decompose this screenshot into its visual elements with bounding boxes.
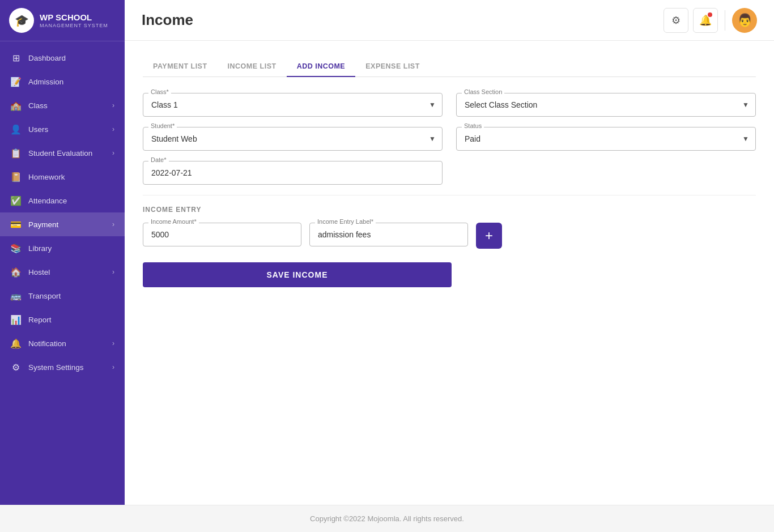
top-bar: Income ⚙ 🔔 👨	[125, 0, 774, 41]
tab-add-income[interactable]: ADD INCOME	[287, 57, 356, 77]
class-section-select[interactable]: Select Class Section	[456, 93, 756, 117]
chevron-right-icon: ›	[112, 101, 114, 109]
income-entry-row: Income Amount* Income Entry Label* +	[143, 223, 756, 249]
status-label: Status	[462, 122, 484, 129]
chevron-right-icon: ›	[112, 149, 114, 157]
sidebar-item-label: Library	[28, 244, 114, 253]
class-icon: 🏫	[10, 100, 22, 111]
sidebar-item-label: Dashboard	[28, 54, 114, 62]
dashboard-icon: ⊞	[10, 52, 22, 63]
class-field: Class* Class 1 ▼	[143, 93, 443, 117]
sidebar-item-label: Admission	[28, 78, 114, 86]
app-sub: MANAGEMENT SYSTEM	[40, 23, 108, 28]
sidebar-item-attendance[interactable]: ✅ Attendance	[0, 189, 125, 212]
sidebar-item-label: Student Evaluation	[28, 149, 105, 158]
notification-badge	[708, 12, 712, 17]
sidebar-item-transport[interactable]: 🚌 Transport	[0, 284, 125, 308]
form-row-1: Class* Class 1 ▼ Class Section Select Cl…	[143, 93, 756, 117]
footer-text: Copyright ©2022 Mojoomla. All rights res…	[310, 514, 464, 523]
payment-icon: 💳	[10, 219, 22, 230]
divider	[725, 10, 725, 31]
sidebar-nav: ⊞ Dashboard 📝 Admission 🏫 Class › 👤 User…	[0, 41, 125, 505]
student-label: Student*	[148, 122, 177, 129]
top-bar-actions: ⚙ 🔔 👨	[664, 8, 757, 33]
sidebar-item-label: Report	[28, 316, 114, 324]
library-icon: 📚	[10, 242, 22, 254]
sidebar-item-label: Transport	[28, 292, 114, 300]
hostel-icon: 🏠	[10, 266, 22, 278]
main-content: Income ⚙ 🔔 👨 PAYMENT LISTINCOME LISTADD	[125, 0, 774, 505]
sidebar-item-label: Homework	[28, 173, 114, 181]
sidebar-item-users[interactable]: 👤 Users ›	[0, 117, 125, 141]
gear-icon: ⚙	[671, 14, 681, 27]
tab-income-list[interactable]: INCOME LIST	[218, 57, 287, 77]
page-title: Income	[142, 11, 193, 29]
users-icon: 👤	[10, 124, 22, 135]
class-select-wrapper: Class 1 ▼	[143, 93, 443, 117]
class-label: Class*	[148, 88, 171, 95]
income-entry-title: INCOME ENTRY	[143, 195, 756, 214]
notifications-button[interactable]: 🔔	[693, 8, 718, 33]
sidebar-item-class[interactable]: 🏫 Class ›	[0, 93, 125, 117]
chevron-right-icon: ›	[112, 268, 114, 276]
sidebar-item-dashboard[interactable]: ⊞ Dashboard	[0, 46, 125, 70]
form-row-3: Date*	[143, 161, 756, 185]
class-select[interactable]: Class 1	[143, 93, 443, 117]
app-name: WP SCHOOL	[40, 12, 108, 23]
sidebar-item-system-settings[interactable]: ⚙ System Settings ›	[0, 355, 125, 379]
entry-label-label: Income Entry Label*	[315, 218, 376, 225]
sidebar-item-library[interactable]: 📚 Library	[0, 236, 125, 260]
student-evaluation-icon: 📋	[10, 147, 22, 159]
sidebar-item-student-evaluation[interactable]: 📋 Student Evaluation ›	[0, 141, 125, 165]
tabs-container: PAYMENT LISTINCOME LISTADD INCOMEEXPENSE…	[143, 57, 756, 77]
class-section-field: Class Section Select Class Section ▼	[456, 93, 756, 117]
status-select[interactable]: Paid	[456, 127, 756, 151]
status-select-wrapper: Paid ▼	[456, 127, 756, 151]
sidebar-item-label: Attendance	[28, 197, 114, 205]
sidebar-item-report[interactable]: 📊 Report	[0, 308, 125, 331]
chevron-right-icon: ›	[112, 363, 114, 371]
amount-input[interactable]	[143, 223, 301, 246]
sidebar-item-homework[interactable]: 📔 Homework	[0, 165, 125, 189]
chevron-right-icon: ›	[112, 220, 114, 228]
sidebar-item-label: Payment	[28, 220, 105, 229]
footer: Copyright ©2022 Mojoomla. All rights res…	[0, 505, 774, 532]
date-input[interactable]	[143, 161, 443, 185]
sidebar-item-label: System Settings	[28, 363, 105, 372]
avatar[interactable]: 👨	[732, 8, 757, 33]
transport-icon: 🚌	[10, 290, 22, 301]
student-select[interactable]: Student Web	[143, 127, 443, 151]
sidebar: 🎓 WP SCHOOL MANAGEMENT SYSTEM ⊞ Dashboar…	[0, 0, 125, 505]
sidebar-item-admission[interactable]: 📝 Admission	[0, 70, 125, 93]
tab-payment-list[interactable]: PAYMENT LIST	[143, 57, 218, 77]
date-label: Date*	[148, 156, 169, 163]
admission-icon: 📝	[10, 76, 22, 87]
amount-field: Income Amount*	[143, 223, 301, 249]
form-row-2: Student* Student Web ▼ Status Paid	[143, 127, 756, 151]
tab-expense-list[interactable]: EXPENSE LIST	[355, 57, 430, 77]
date-field: Date*	[143, 161, 443, 185]
sidebar-item-notification[interactable]: 🔔 Notification ›	[0, 331, 125, 355]
add-entry-button[interactable]: +	[476, 223, 502, 249]
sidebar-item-label: Users	[28, 125, 105, 134]
sidebar-item-hostel[interactable]: 🏠 Hostel ›	[0, 260, 125, 284]
amount-label: Income Amount*	[148, 218, 199, 225]
report-icon: 📊	[10, 314, 22, 325]
sidebar-item-payment[interactable]: 💳 Payment ›	[0, 212, 125, 236]
user-avatar-icon: 👨	[737, 13, 752, 28]
homework-icon: 📔	[10, 171, 22, 182]
chevron-right-icon: ›	[112, 125, 114, 133]
student-field: Student* Student Web ▼	[143, 127, 443, 151]
entry-label-input[interactable]	[309, 223, 468, 246]
logo-icon: 🎓	[9, 8, 34, 33]
logo-text: WP SCHOOL MANAGEMENT SYSTEM	[40, 12, 108, 28]
class-section-label: Class Section	[462, 88, 504, 95]
page-content: PAYMENT LISTINCOME LISTADD INCOMEEXPENSE…	[125, 41, 774, 505]
class-section-select-wrapper: Select Class Section ▼	[456, 93, 756, 117]
save-income-button[interactable]: SAVE INCOME	[143, 262, 452, 287]
sidebar-item-label: Notification	[28, 339, 105, 348]
sidebar-logo[interactable]: 🎓 WP SCHOOL MANAGEMENT SYSTEM	[0, 0, 125, 41]
entry-label-field: Income Entry Label*	[309, 223, 468, 249]
settings-button[interactable]: ⚙	[664, 8, 688, 33]
attendance-icon: ✅	[10, 195, 22, 206]
